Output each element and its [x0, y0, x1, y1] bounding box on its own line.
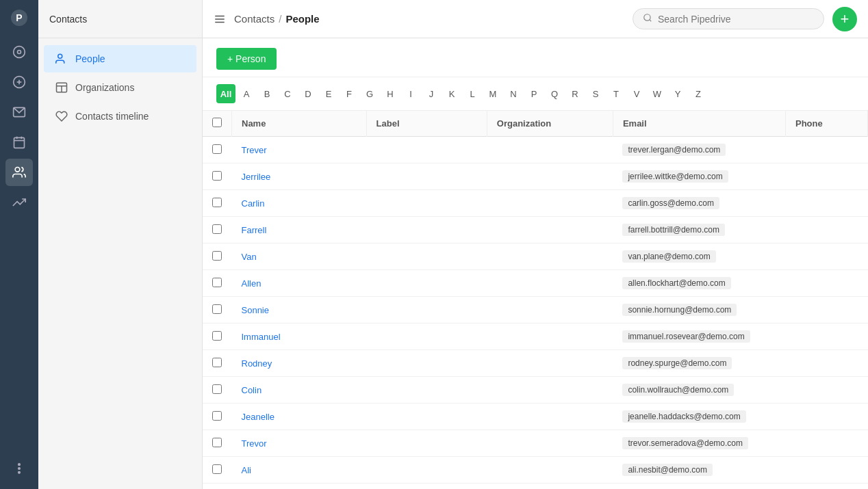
row-name-12[interactable]: Ali [232, 457, 367, 484]
menu-icon[interactable] [214, 13, 226, 25]
breadcrumb-current: People [285, 13, 319, 25]
row-label-0 [366, 137, 487, 163]
main-area: Contacts / People + + Person AllABCDEFGH… [203, 0, 868, 489]
nav-icon-deals[interactable] [5, 68, 33, 96]
nav-icon-more[interactable] [5, 455, 33, 482]
row-name-4[interactable]: Van [232, 243, 367, 270]
col-header-label: Label [366, 111, 487, 137]
alpha-btn-v[interactable]: V [627, 84, 646, 103]
nav-icon-contacts[interactable] [5, 159, 33, 186]
nav-icon-reports[interactable] [5, 189, 33, 216]
row-checkbox-1[interactable] [212, 171, 222, 181]
alpha-btn-all[interactable]: All [216, 84, 235, 103]
nav-icon-mail[interactable] [5, 98, 33, 126]
email-tag-3: farrell.bottrill@demo.com [622, 224, 725, 236]
alpha-btn-i[interactable]: I [401, 84, 420, 103]
row-name-1[interactable]: Jerrilee [232, 163, 367, 190]
row-name-2[interactable]: Carlin [232, 190, 367, 217]
row-org-8 [487, 350, 613, 377]
sidebar-item-organizations[interactable]: Organizations [44, 74, 196, 101]
alpha-btn-b[interactable]: B [257, 84, 277, 103]
table-row: Rodney rodney.spurge@demo.com [203, 350, 868, 377]
alpha-btn-n[interactable]: N [504, 84, 523, 103]
row-checkbox-cell [203, 190, 232, 217]
row-email-7: immanuel.rosevear@demo.com [613, 323, 785, 350]
search-input[interactable] [658, 14, 814, 25]
nav-icon-home[interactable] [5, 38, 33, 66]
row-label-12 [366, 457, 487, 484]
row-name-5[interactable]: Allen [232, 270, 367, 297]
add-button[interactable]: + [832, 7, 857, 31]
table-row: Sonnie sonnie.hornung@demo.com [203, 297, 868, 323]
row-email-5: allen.flockhart@demo.com [613, 270, 785, 297]
row-checkbox-5[interactable] [212, 278, 222, 287]
row-name-9[interactable]: Colin [232, 377, 367, 404]
col-header-organization: Organization [487, 111, 613, 137]
alpha-btn-k[interactable]: K [442, 84, 461, 103]
table-body: Trever trever.lergan@demo.com Jerrilee j… [203, 137, 868, 490]
alpha-btn-z[interactable]: Z [689, 84, 708, 103]
alpha-btn-t[interactable]: T [607, 84, 626, 103]
row-name-7[interactable]: Immanuel [232, 323, 367, 350]
alpha-btn-y[interactable]: Y [668, 84, 687, 103]
breadcrumb-root[interactable]: Contacts [234, 13, 275, 25]
row-email-12: ali.nesbit@demo.com [613, 457, 785, 484]
add-person-button[interactable]: + Person [216, 48, 277, 70]
app-logo: P [8, 7, 30, 29]
sidebar-nav: People Organizations Contacts timeline [38, 38, 202, 137]
row-label-10 [366, 404, 487, 430]
row-checkbox-4[interactable] [212, 251, 222, 261]
row-email-11: trevor.semeradova@demo.com [613, 430, 785, 457]
alpha-btn-e[interactable]: E [319, 84, 338, 103]
table-row: Allen allen.flockhart@demo.com [203, 270, 868, 297]
row-name-3[interactable]: Farrell [232, 217, 367, 243]
email-tag-9: colin.wollrauch@demo.com [622, 384, 734, 396]
row-name-8[interactable]: Rodney [232, 350, 367, 377]
alpha-btn-m[interactable]: M [483, 84, 502, 103]
row-checkbox-6[interactable] [212, 304, 222, 314]
table-row: Trever trever.lergan@demo.com [203, 137, 868, 163]
row-checkbox-2[interactable] [212, 198, 222, 207]
email-tag-8: rodney.spurge@demo.com [622, 357, 732, 369]
row-email-3: farrell.bottrill@demo.com [613, 217, 785, 243]
alpha-btn-l[interactable]: L [463, 84, 482, 103]
alpha-btn-w[interactable]: W [648, 84, 667, 103]
row-checkbox-11[interactable] [212, 438, 222, 447]
row-checkbox-10[interactable] [212, 411, 222, 421]
row-checkbox-12[interactable] [212, 464, 222, 474]
alpha-btn-q[interactable]: Q [545, 84, 564, 103]
row-checkbox-8[interactable] [212, 358, 222, 367]
sidebar-item-contacts-timeline[interactable]: Contacts timeline [44, 103, 196, 130]
email-tag-7: immanuel.rosevear@demo.com [622, 330, 750, 343]
alpha-btn-j[interactable]: J [422, 84, 441, 103]
row-checkbox-0[interactable] [212, 144, 222, 154]
row-name-13[interactable]: Rhianna [232, 484, 367, 490]
sidebar-item-people[interactable]: People [44, 45, 196, 72]
alpha-btn-a[interactable]: A [237, 84, 256, 103]
alpha-btn-g[interactable]: G [360, 84, 379, 103]
row-name-10[interactable]: Jeanelle [232, 404, 367, 430]
row-name-6[interactable]: Sonnie [232, 297, 367, 323]
row-name-0[interactable]: Trever [232, 137, 367, 163]
row-checkbox-7[interactable] [212, 331, 222, 341]
alpha-btn-p[interactable]: P [524, 84, 544, 103]
row-checkbox-3[interactable] [212, 224, 222, 234]
table-row: Rhianna rhianna.beswick@demo.com [203, 484, 868, 490]
row-name-11[interactable]: Trevor [232, 430, 367, 457]
alpha-btn-s[interactable]: S [586, 84, 605, 103]
row-phone-5 [786, 270, 868, 297]
search-bar[interactable] [633, 8, 824, 29]
alpha-btn-c[interactable]: C [278, 84, 297, 103]
row-checkbox-9[interactable] [212, 384, 222, 394]
row-phone-4 [786, 243, 868, 270]
alpha-btn-d[interactable]: D [298, 84, 318, 103]
select-all-checkbox[interactable] [212, 118, 222, 127]
nav-icon-calendar[interactable] [5, 129, 33, 156]
alpha-btn-r[interactable]: R [565, 84, 585, 103]
alpha-btn-f[interactable]: F [340, 84, 359, 103]
table-row: Immanuel immanuel.rosevear@demo.com [203, 323, 868, 350]
content: + Person AllABCDEFGHIJKLMNPQRSTVWYZ Name… [203, 38, 868, 489]
sidebar: Contacts People Organizations Contacts t… [38, 0, 203, 489]
alpha-btn-h[interactable]: H [381, 84, 400, 103]
svg-rect-8 [14, 137, 25, 148]
